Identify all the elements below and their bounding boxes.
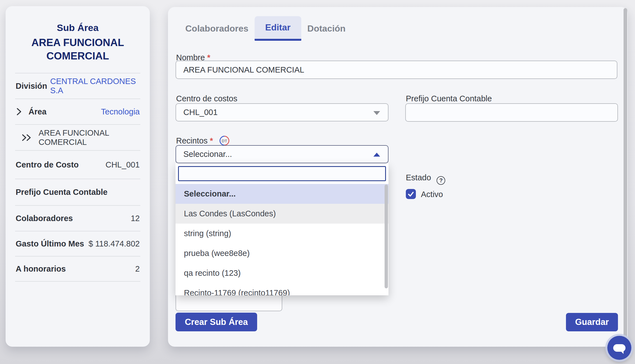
chat-widget-button[interactable] [607,336,631,360]
chevron-up-icon [373,153,380,157]
svg-text:DT: DT [222,138,227,143]
subarea-detail-panel: Colaboradores Editar Dotación Nombre* Ce… [168,7,628,347]
checkmark-icon [407,191,414,197]
crear-subarea-button[interactable]: Crear Sub Área [176,313,257,331]
guardar-button[interactable]: Guardar [566,313,618,331]
subarea-summary-card: Sub Área AREA FUNCIONAL COMERCIAL Divisi… [6,6,150,347]
stat-label: Centro de Costo [16,160,79,169]
double-chevron-right-icon [21,133,32,143]
area-label: Área [29,107,47,116]
dropdown-search-input[interactable] [178,166,386,181]
dropdown-option[interactable]: qa recinto (123) [176,263,388,283]
division-label: División [16,82,47,91]
dropdown-scrollbar[interactable] [385,185,388,288]
divider [15,281,140,282]
prefijo-label: Prefijo Cuenta Contable [406,94,492,103]
recintos-label: Recintos* DT [176,135,230,146]
dropdown-option[interactable]: prueba (wee8e8e) [176,243,388,263]
required-asterisk: * [210,136,213,145]
activo-label: Activo [421,190,443,199]
centro-costos-select[interactable]: CHL_001 [176,103,388,121]
stat-row-gasto: Gasto Último Mes $ 118.474.802 [6,231,150,256]
area-link[interactable]: Tecnologia [101,107,140,116]
centro-costos-value: CHL_001 [183,108,218,117]
dropdown-option[interactable]: string (string) [176,224,388,243]
tab-editar[interactable]: Editar [255,16,301,41]
stat-label: Prefijo Cuenta Contable [16,188,108,197]
activo-checkbox[interactable] [406,189,416,199]
prefijo-input[interactable] [405,103,618,122]
subarea-breadcrumb-label: AREA FUNCIONAL COMERCIAL [39,128,140,147]
stat-label: Gasto Último Mes [16,239,84,248]
subarea-row: AREA FUNCIONAL COMERCIAL [6,125,150,150]
stat-value: 12 [131,214,140,223]
panel-scrollbar[interactable] [624,8,627,345]
stat-value: CHL_001 [105,160,140,169]
stat-row-centro-costo: Centro de Costo CHL_001 [6,151,150,179]
dropdown-option[interactable]: Las Condes (LasCondes) [176,204,388,224]
dropdown-option[interactable]: Recinto-11769 (recinto11769) [176,283,388,295]
centro-costos-label: Centro de costos [176,94,237,103]
stat-row-honorarios: A honorarios 2 [6,257,150,281]
estado-label: Estado ? [406,173,445,185]
tab-dotacion[interactable]: Dotación [302,16,351,41]
nombre-input[interactable] [176,61,617,79]
help-icon[interactable]: ? [437,176,445,185]
division-link[interactable]: CENTRAL CARDONES S.A [50,77,140,95]
tab-colaboradores[interactable]: Colaboradores [180,16,253,41]
stat-row-colaboradores: Colaboradores 12 [6,206,150,231]
recintos-dropdown: Seleccionar... Las Condes (LasCondes) st… [176,163,388,295]
stat-label: Colaboradores [16,214,73,223]
stat-label: A honorarios [16,264,66,274]
tab-bar: Colaboradores Editar Dotación [180,16,350,41]
area-row: Área Tecnologia [6,99,150,124]
division-row: División CENTRAL CARDONES S.A [6,73,150,99]
chevron-down-icon [373,111,380,115]
sidebar-subtitle: AREA FUNCIONAL COMERCIAL [6,36,150,63]
stat-value: 2 [135,264,140,274]
recintos-select[interactable]: Seleccionar... [176,145,388,163]
chevron-right-icon[interactable] [16,107,22,117]
stat-row-prefijo: Prefijo Cuenta Contable [6,179,150,205]
chat-bubble-icon [613,344,625,352]
stat-value: $ 118.474.802 [89,239,140,248]
sidebar-title: Sub Área [6,22,150,33]
dropdown-option[interactable]: Seleccionar... [176,184,388,204]
recintos-value: Seleccionar... [183,150,232,159]
dt-badge-icon: DT [219,135,230,146]
dropdown-option-list: Seleccionar... Las Condes (LasCondes) st… [176,184,388,295]
